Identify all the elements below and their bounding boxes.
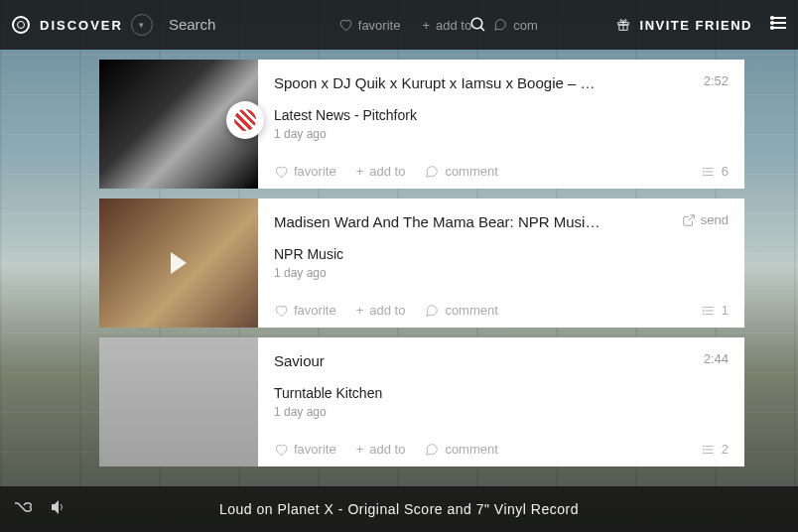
gift-icon — [616, 18, 630, 32]
playlist-count[interactable]: 1 — [702, 303, 729, 318]
list-icon — [702, 165, 716, 179]
svg-point-0 — [471, 18, 482, 29]
comment-button[interactable]: comment — [425, 442, 497, 457]
addto-button[interactable]: +add to — [356, 164, 406, 179]
svg-point-27 — [703, 449, 704, 450]
heart-icon — [274, 165, 288, 179]
svg-point-26 — [703, 445, 704, 446]
playlist-count[interactable]: 2 — [702, 442, 729, 457]
svg-point-15 — [703, 171, 704, 172]
svg-point-20 — [703, 306, 704, 307]
favorite-button[interactable]: favorite — [274, 442, 336, 457]
timestamp-label: 1 day ago — [274, 266, 729, 280]
feed-list: Spoon x DJ Quik x Kurupt x Iamsu x Boogi… — [99, 50, 744, 466]
source-label: Latest News - Pitchfork — [274, 107, 729, 123]
svg-point-10 — [771, 27, 773, 29]
invite-friend-button[interactable]: INVITE FRIEND — [616, 18, 752, 33]
comment-icon — [425, 165, 439, 179]
list-icon — [702, 304, 716, 318]
comment-button[interactable]: comment — [425, 303, 497, 318]
addto-button[interactable]: +add to — [356, 442, 406, 457]
thumbnail[interactable] — [99, 337, 258, 466]
search-input[interactable] — [169, 16, 260, 33]
feed-card: Madisen Ward And The Mama Bear: NPR Musi… — [99, 199, 744, 328]
plus-icon: + — [356, 303, 364, 318]
svg-point-28 — [703, 452, 704, 453]
track-title[interactable]: Saviour — [274, 351, 325, 371]
plus-icon: + — [422, 18, 430, 33]
timestamp-label: 1 day ago — [274, 127, 729, 141]
menu-icon[interactable] — [770, 16, 786, 34]
timestamp-label: 1 day ago — [274, 405, 729, 419]
comment-icon — [493, 18, 507, 32]
svg-point-14 — [703, 167, 704, 168]
duration-label: 2:44 — [704, 351, 729, 366]
plus-icon: + — [356, 442, 364, 457]
heart-icon — [274, 304, 288, 318]
thumbnail[interactable] — [99, 199, 258, 328]
top-header: DISCOVER ▾ favorite + add to com INVITE … — [0, 0, 798, 50]
bg-favorite[interactable]: favorite — [338, 18, 401, 33]
play-icon[interactable] — [171, 252, 187, 274]
feed-card: Saviour 2:44 Turntable Kitchen 1 day ago… — [99, 337, 744, 466]
shuffle-icon[interactable] — [14, 500, 32, 518]
comment-icon — [425, 304, 439, 318]
comment-button[interactable]: comment — [425, 164, 497, 179]
playlist-count[interactable]: 6 — [702, 164, 729, 179]
track-title[interactable]: Spoon x DJ Quik x Kurupt x Iamsu x Boogi… — [274, 73, 601, 93]
heart-icon — [338, 18, 352, 32]
volume-icon[interactable] — [50, 499, 67, 519]
share-icon — [682, 213, 696, 227]
source-label: NPR Music — [274, 246, 729, 262]
duration-label: 2:52 — [704, 73, 729, 88]
thumbnail[interactable] — [99, 60, 258, 189]
svg-line-1 — [480, 27, 484, 31]
heart-icon — [274, 443, 288, 457]
svg-point-9 — [771, 22, 773, 24]
header-bg-actions: favorite + add to com — [338, 18, 538, 33]
track-title[interactable]: Madisen Ward And The Mama Bear: NPR Musi… — [274, 212, 601, 232]
svg-point-22 — [703, 313, 704, 314]
svg-point-8 — [771, 17, 773, 19]
bg-addto[interactable]: + add to — [422, 18, 471, 33]
svg-point-16 — [703, 174, 704, 175]
now-playing-title: Loud on Planet X - Original Score and 7"… — [219, 501, 579, 517]
search-container — [169, 16, 260, 34]
brand-label: DISCOVER — [40, 18, 123, 33]
feed-card: Spoon x DJ Quik x Kurupt x Iamsu x Boogi… — [99, 60, 744, 189]
dropdown-toggle[interactable]: ▾ — [131, 14, 153, 36]
search-icon[interactable] — [468, 15, 488, 35]
favorite-button[interactable]: favorite — [274, 164, 336, 179]
plus-icon: + — [356, 164, 364, 179]
source-label: Turntable Kitchen — [274, 385, 729, 401]
svg-point-21 — [703, 310, 704, 311]
player-bar: Loud on Planet X - Original Score and 7"… — [0, 486, 798, 532]
bg-comment[interactable]: com — [493, 18, 538, 33]
send-button[interactable]: send — [682, 212, 729, 227]
favorite-button[interactable]: favorite — [274, 303, 336, 318]
invite-label: INVITE FRIEND — [640, 18, 752, 33]
comment-icon — [425, 443, 439, 457]
addto-button[interactable]: +add to — [356, 303, 406, 318]
list-icon — [702, 443, 716, 457]
logo-icon[interactable] — [12, 16, 30, 34]
